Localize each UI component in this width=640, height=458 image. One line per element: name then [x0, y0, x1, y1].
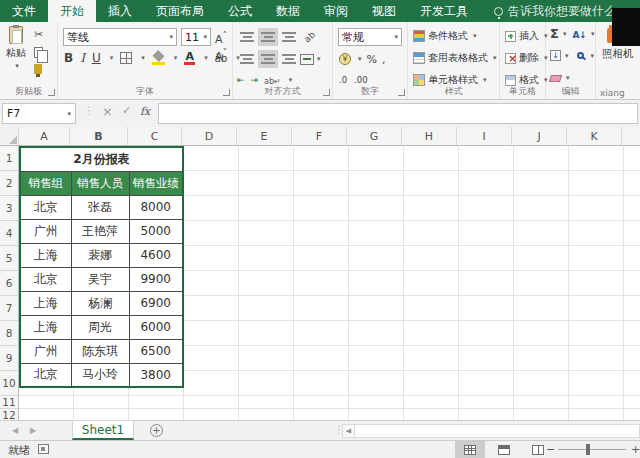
- format-as-table-button[interactable]: 套用表格格式: [413, 50, 497, 66]
- table-cell[interactable]: 9900: [129, 267, 183, 291]
- row-header[interactable]: 10: [0, 371, 18, 396]
- table-cell[interactable]: 北京: [20, 195, 71, 219]
- table-cell[interactable]: 王艳萍: [71, 219, 129, 243]
- table-cell[interactable]: 4600: [129, 243, 183, 267]
- table-cell[interactable]: 6500: [129, 339, 183, 363]
- grow-font-icon[interactable]: A: [215, 33, 223, 46]
- tab-file[interactable]: 文件: [0, 0, 48, 22]
- column-header[interactable]: H: [402, 127, 457, 145]
- row-header[interactable]: 4: [0, 221, 18, 246]
- chevron-down-icon[interactable]: [591, 52, 595, 60]
- chevron-down-icon[interactable]: [141, 54, 145, 62]
- zoom-in-icon[interactable]: [631, 443, 640, 456]
- tab-home[interactable]: 开始: [48, 0, 96, 22]
- column-header[interactable]: D: [182, 127, 237, 145]
- borders-icon[interactable]: [120, 52, 132, 64]
- add-sheet-button[interactable]: +: [150, 424, 163, 437]
- font-name-combo[interactable]: 等线: [63, 28, 177, 46]
- align-middle-button[interactable]: [258, 28, 278, 46]
- table-cell[interactable]: 裴娜: [71, 243, 129, 267]
- fill-color-icon[interactable]: [152, 52, 165, 65]
- increase-decimal-icon[interactable]: .0: [339, 75, 347, 85]
- table-cell[interactable]: 马小玲: [71, 363, 129, 387]
- tell-me-search[interactable]: 告诉我你想要做什么: [494, 0, 616, 22]
- orientation-icon[interactable]: [300, 28, 320, 46]
- wrap-text-icon[interactable]: [264, 74, 281, 86]
- table-cell[interactable]: 广州: [20, 219, 71, 243]
- chevron-down-icon[interactable]: [565, 52, 569, 60]
- chevron-down-icon[interactable]: [358, 55, 362, 63]
- table-cell[interactable]: 北京: [20, 267, 71, 291]
- tab-developer[interactable]: 开发工具: [408, 0, 480, 22]
- paste-button[interactable]: 粘贴: [3, 26, 29, 86]
- chevron-down-icon[interactable]: [591, 30, 595, 38]
- chevron-down-icon[interactable]: [566, 74, 570, 82]
- page-layout-view-button[interactable]: [489, 441, 519, 458]
- dialog-launcher-icon[interactable]: [398, 89, 405, 96]
- table-cell[interactable]: 吴宇: [71, 267, 129, 291]
- increase-indent-icon[interactable]: ⇥: [251, 75, 259, 85]
- scrollbar-track[interactable]: [355, 424, 640, 438]
- column-header[interactable]: C: [128, 127, 182, 145]
- cancel-icon[interactable]: [102, 104, 113, 119]
- row-header[interactable]: 2: [0, 171, 18, 196]
- decrease-decimal-icon[interactable]: .00: [354, 75, 368, 85]
- tab-data[interactable]: 数据: [264, 0, 312, 22]
- font-color-icon[interactable]: A: [184, 52, 195, 65]
- row-header[interactable]: 11: [0, 396, 18, 409]
- chevron-down-icon[interactable]: [174, 54, 178, 62]
- column-header[interactable]: J: [512, 127, 567, 145]
- horizontal-scrollbar[interactable]: [342, 424, 640, 438]
- autosum-icon[interactable]: Σ: [550, 28, 559, 40]
- zoom-out-icon[interactable]: [546, 443, 555, 456]
- column-header[interactable]: K: [567, 127, 622, 145]
- italic-button[interactable]: I: [80, 51, 85, 65]
- font-size-combo[interactable]: 11: [181, 28, 211, 46]
- comma-style-icon[interactable]: ,: [382, 53, 386, 66]
- dialog-launcher-icon[interactable]: [223, 89, 230, 96]
- copy-icon[interactable]: [34, 47, 43, 58]
- phonetic-guide-icon[interactable]: [215, 51, 227, 65]
- tab-formulas[interactable]: 公式: [216, 0, 264, 22]
- bold-button[interactable]: B: [64, 51, 73, 65]
- table-header-cell[interactable]: 销售业绩: [129, 171, 183, 195]
- table-cell[interactable]: 陈东琪: [71, 339, 129, 363]
- table-cell[interactable]: 广州: [20, 339, 71, 363]
- formula-bar-splitter[interactable]: [84, 105, 94, 116]
- scroll-left-icon[interactable]: [342, 424, 355, 438]
- align-right-button[interactable]: [279, 50, 299, 68]
- chevron-down-icon[interactable]: [289, 76, 293, 84]
- dialog-launcher-icon[interactable]: [323, 89, 330, 96]
- table-cell[interactable]: 5000: [129, 219, 183, 243]
- sort-filter-icon[interactable]: [572, 28, 587, 40]
- table-cell[interactable]: 上海: [20, 243, 71, 267]
- align-bottom-button[interactable]: [279, 28, 299, 46]
- chevron-down-icon[interactable]: [204, 54, 208, 62]
- chevron-down-icon[interactable]: [563, 30, 567, 38]
- tab-view[interactable]: 视图: [360, 0, 408, 22]
- align-top-button[interactable]: [237, 28, 257, 46]
- table-header-cell[interactable]: 销售组: [20, 171, 71, 195]
- sheet-nav-left-icon[interactable]: [12, 426, 18, 435]
- macro-record-icon[interactable]: [38, 444, 49, 454]
- insert-function-icon[interactable]: fx: [140, 105, 150, 118]
- worksheet-grid[interactable]: 2月份报表 销售组 销售人员 销售业绩 北京 张磊 8000 广州 王艳萍 50…: [19, 146, 640, 420]
- row-header[interactable]: 9: [0, 346, 18, 371]
- table-cell[interactable]: 8000: [129, 195, 183, 219]
- table-cell[interactable]: 周光: [71, 315, 129, 339]
- column-header[interactable]: F: [292, 127, 347, 145]
- underline-button[interactable]: U: [92, 51, 101, 65]
- row-header[interactable]: 1: [0, 146, 18, 171]
- chevron-down-icon[interactable]: [317, 55, 321, 63]
- formula-input[interactable]: [158, 103, 638, 124]
- chevron-down-icon[interactable]: [110, 54, 114, 62]
- row-header[interactable]: 5: [0, 246, 18, 271]
- align-left-button[interactable]: [237, 50, 257, 68]
- column-header[interactable]: E: [237, 127, 292, 145]
- sales-report-table[interactable]: 2月份报表 销售组 销售人员 销售业绩 北京 张磊 8000 广州 王艳萍 50…: [19, 146, 184, 388]
- table-cell[interactable]: 6900: [129, 291, 183, 315]
- column-header[interactable]: A: [19, 127, 70, 145]
- sheet-tab-sheet1[interactable]: Sheet1: [72, 421, 134, 440]
- merge-center-icon[interactable]: [300, 54, 314, 65]
- zoom-slider-thumb[interactable]: [586, 444, 590, 455]
